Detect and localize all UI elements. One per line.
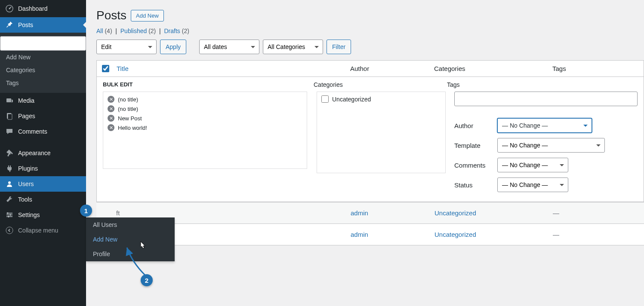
bulk-author-select[interactable]: — No Change — <box>497 118 592 133</box>
col-tags: Tags <box>552 65 638 72</box>
add-new-post-button[interactable]: Add New <box>131 10 164 21</box>
bulk-posts-list[interactable]: ✕(no title) ✕(no title) ✕New Post ✕Hello… <box>103 92 307 169</box>
category-option[interactable]: Uncategorized <box>321 95 441 103</box>
bulk-right-column: Author — No Change — Template — No Chang… <box>454 92 638 197</box>
bulk-template-row: Template — No Change — <box>454 138 638 153</box>
filter-all-link[interactable]: All <box>96 28 103 34</box>
sidebar-label-dashboard: Dashboard <box>18 5 48 12</box>
sidebar-sub-posts: All Posts Add New Categories Tags <box>0 33 86 93</box>
bulk-categories-box[interactable]: Uncategorized <box>317 92 446 173</box>
filter-published-link[interactable]: Published <box>120 28 147 34</box>
col-title[interactable]: Title <box>117 65 129 72</box>
apply-button[interactable]: Apply <box>160 40 186 54</box>
users-flyout: All Users Add New Profile <box>86 217 175 261</box>
table-row: (no t — Draft admin Uncategorized — <box>96 224 644 245</box>
date-filter-select[interactable]: All dates <box>199 40 259 54</box>
sidebar-item-appearance[interactable]: Appearance <box>0 145 86 161</box>
bulk-comments-select[interactable]: — No Change — <box>497 158 568 172</box>
sidebar-sub-tags[interactable]: Tags <box>0 76 86 89</box>
bulk-comments-row: Comments — No Change — <box>454 158 638 172</box>
svg-rect-7 <box>6 214 12 215</box>
sidebar-item-media[interactable]: Media <box>0 93 86 108</box>
sidebar-item-users[interactable]: Users <box>0 176 86 192</box>
sidebar-item-posts[interactable]: Posts <box>0 17 86 33</box>
sidebar-item-plugins[interactable]: Plugins <box>0 161 86 176</box>
appearance-icon <box>5 149 14 157</box>
svg-rect-9 <box>7 212 8 214</box>
sidebar-item-tools[interactable]: Tools <box>0 192 86 207</box>
table-header-row: Title Author Categories Tags <box>97 61 644 77</box>
sidebar-label-users: Users <box>18 181 34 187</box>
sidebar-label-tools: Tools <box>18 196 32 203</box>
bulk-post-item: ✕New Post <box>106 113 304 123</box>
media-icon <box>5 96 14 105</box>
filter-button[interactable]: Filter <box>327 40 351 54</box>
col-author: Author <box>350 65 434 72</box>
sidebar-item-dashboard[interactable]: Dashboard <box>0 0 86 17</box>
remove-post-icon[interactable]: ✕ <box>108 124 114 131</box>
bulk-status-label: Status <box>454 181 497 189</box>
svg-rect-10 <box>10 214 11 216</box>
sidebar-item-comments[interactable]: Comments <box>0 124 86 139</box>
row-tags: — <box>553 231 639 238</box>
bulk-post-item: ✕Hello world! <box>106 123 304 132</box>
bulk-template-select[interactable]: — No Change — <box>497 138 605 153</box>
category-checkbox[interactable] <box>321 95 329 103</box>
sidebar-label-media: Media <box>18 97 34 104</box>
svg-point-1 <box>9 8 10 9</box>
post-status-filter: All (4) | Published (2) | Drafts (2) <box>86 28 644 40</box>
bulk-status-select[interactable]: — No Change — <box>497 177 568 192</box>
sidebar-label-appearance: Appearance <box>18 150 51 156</box>
bulk-action-select[interactable]: Edit <box>96 40 157 54</box>
annotation-badge-2: 2 <box>141 274 153 286</box>
category-filter-select[interactable]: All Categories <box>263 40 323 54</box>
remove-post-icon[interactable]: ✕ <box>108 115 114 122</box>
comments-icon <box>5 127 14 136</box>
users-icon <box>5 180 14 188</box>
collapse-icon <box>5 226 14 235</box>
bulk-status-row: Status — No Change — <box>454 177 638 192</box>
sidebar-item-settings[interactable]: Settings <box>0 207 86 223</box>
bulk-comments-label: Comments <box>454 162 497 169</box>
bulk-tags-heading: Tags <box>447 81 460 88</box>
bulk-edit-heading: BULK EDIT <box>103 81 314 88</box>
sidebar-label-plugins: Plugins <box>18 165 38 172</box>
sidebar-sub-add-new[interactable]: Add New <box>0 51 86 64</box>
row-author-link[interactable]: admin <box>351 231 368 238</box>
filter-published-count: (2) <box>148 28 156 34</box>
bulk-edit-header: BULK EDIT Categories Tags <box>103 81 638 88</box>
sidebar-sub-all-posts[interactable]: All Posts <box>0 36 86 51</box>
bulk-author-row: Author — No Change — <box>454 118 638 133</box>
sidebar-sub-categories[interactable]: Categories <box>0 64 86 76</box>
posts-table: Title Author Categories Tags BULK EDIT C… <box>96 60 644 202</box>
table-row: ft admin Uncategorized — <box>96 202 644 224</box>
filter-drafts-count: (2) <box>182 28 189 34</box>
svg-rect-11 <box>8 216 9 217</box>
svg-rect-2 <box>6 98 11 102</box>
sidebar-label-posts: Posts <box>18 21 33 28</box>
sidebar-label-pages: Pages <box>18 113 35 119</box>
filter-drafts-link[interactable]: Drafts <box>164 28 180 34</box>
bulk-tags-input[interactable] <box>454 92 638 106</box>
bulk-edit-panel: BULK EDIT Categories Tags ✕(no title) ✕(… <box>97 77 644 202</box>
flyout-all-users[interactable]: All Users <box>86 217 175 232</box>
main-content: Posts Add New All (4) | Published (2) | … <box>86 0 644 245</box>
flyout-profile[interactable]: Profile <box>86 247 175 261</box>
pages-icon <box>5 112 14 120</box>
remove-post-icon[interactable]: ✕ <box>108 105 114 112</box>
remove-post-icon[interactable]: ✕ <box>108 96 114 103</box>
bulk-post-item: ✕(no title) <box>106 104 304 113</box>
dashboard-icon <box>5 4 14 13</box>
annotation-badge-1: 1 <box>80 205 92 217</box>
flyout-add-new-user[interactable]: Add New <box>86 232 175 247</box>
row-category-link[interactable]: Uncategorized <box>434 231 476 238</box>
bulk-post-item: ✕(no title) <box>106 95 304 104</box>
svg-point-5 <box>8 181 11 184</box>
sidebar-item-collapse[interactable]: Collapse menu <box>0 223 86 238</box>
sidebar-item-pages[interactable]: Pages <box>0 108 86 124</box>
row-category-link[interactable]: Uncategorized <box>434 209 476 217</box>
plugins-icon <box>5 164 14 173</box>
svg-rect-8 <box>6 216 12 217</box>
select-all-checkbox[interactable] <box>102 65 109 72</box>
row-author-link[interactable]: admin <box>351 209 368 217</box>
